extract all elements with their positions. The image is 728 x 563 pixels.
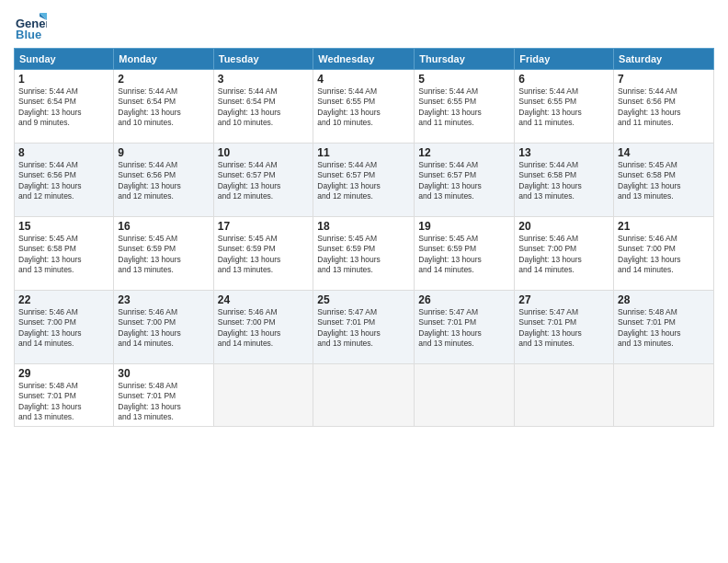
- calendar-cell: 4Sunrise: 5:44 AM Sunset: 6:55 PM Daylig…: [313, 70, 415, 144]
- calendar-cell: 23Sunrise: 5:46 AM Sunset: 7:00 PM Dayli…: [114, 291, 213, 364]
- calendar-week-3: 15Sunrise: 5:45 AM Sunset: 6:58 PM Dayli…: [15, 217, 714, 291]
- day-info: Sunrise: 5:47 AM Sunset: 7:01 PM Dayligh…: [518, 307, 609, 350]
- calendar-cell: 13Sunrise: 5:44 AM Sunset: 6:58 PM Dayli…: [515, 144, 614, 217]
- day-number: 22: [18, 293, 109, 306]
- calendar-cell: [614, 364, 714, 427]
- day-info: Sunrise: 5:44 AM Sunset: 6:57 PM Dayligh…: [418, 160, 510, 202]
- day-number: 24: [218, 293, 310, 306]
- calendar-week-2: 8Sunrise: 5:44 AM Sunset: 6:56 PM Daylig…: [15, 144, 714, 217]
- calendar-cell: 11Sunrise: 5:44 AM Sunset: 6:57 PM Dayli…: [313, 144, 415, 217]
- day-info: Sunrise: 5:44 AM Sunset: 6:56 PM Dayligh…: [118, 160, 209, 202]
- day-info: Sunrise: 5:44 AM Sunset: 6:56 PM Dayligh…: [618, 86, 710, 129]
- day-info: Sunrise: 5:45 AM Sunset: 6:59 PM Dayligh…: [118, 234, 209, 276]
- day-info: Sunrise: 5:44 AM Sunset: 6:55 PM Dayligh…: [418, 86, 510, 129]
- day-number: 5: [418, 73, 510, 86]
- day-header-friday: Friday: [515, 49, 614, 70]
- day-number: 25: [317, 293, 410, 306]
- day-number: 4: [317, 73, 410, 86]
- calendar-week-5: 29Sunrise: 5:48 AM Sunset: 7:01 PM Dayli…: [15, 364, 714, 427]
- day-number: 13: [518, 146, 609, 159]
- day-number: 20: [518, 220, 609, 233]
- day-number: 30: [118, 367, 209, 380]
- calendar-cell: 20Sunrise: 5:46 AM Sunset: 7:00 PM Dayli…: [515, 217, 614, 291]
- day-number: 11: [317, 146, 410, 159]
- calendar-cell: 28Sunrise: 5:48 AM Sunset: 7:01 PM Dayli…: [614, 291, 714, 364]
- calendar-cell: 14Sunrise: 5:45 AM Sunset: 6:58 PM Dayli…: [614, 144, 714, 217]
- day-info: Sunrise: 5:46 AM Sunset: 7:00 PM Dayligh…: [118, 307, 209, 350]
- calendar-cell: 16Sunrise: 5:45 AM Sunset: 6:59 PM Dayli…: [114, 217, 213, 291]
- calendar-cell: 2Sunrise: 5:44 AM Sunset: 6:54 PM Daylig…: [114, 70, 213, 144]
- day-info: Sunrise: 5:44 AM Sunset: 6:57 PM Dayligh…: [317, 160, 410, 202]
- day-info: Sunrise: 5:46 AM Sunset: 7:00 PM Dayligh…: [518, 234, 609, 276]
- calendar-cell: [415, 364, 515, 427]
- day-info: Sunrise: 5:44 AM Sunset: 6:54 PM Dayligh…: [118, 86, 209, 129]
- calendar-cell: 24Sunrise: 5:46 AM Sunset: 7:00 PM Dayli…: [213, 291, 313, 364]
- day-info: Sunrise: 5:47 AM Sunset: 7:01 PM Dayligh…: [317, 307, 410, 350]
- calendar-body: 1Sunrise: 5:44 AM Sunset: 6:54 PM Daylig…: [15, 70, 714, 427]
- day-header-wednesday: Wednesday: [313, 49, 415, 70]
- day-header-thursday: Thursday: [415, 49, 515, 70]
- calendar-cell: 9Sunrise: 5:44 AM Sunset: 6:56 PM Daylig…: [114, 144, 213, 217]
- day-number: 6: [518, 73, 609, 86]
- day-info: Sunrise: 5:45 AM Sunset: 6:58 PM Dayligh…: [618, 160, 710, 202]
- day-number: 10: [218, 146, 310, 159]
- day-info: Sunrise: 5:45 AM Sunset: 6:59 PM Dayligh…: [418, 234, 510, 276]
- calendar-cell: 15Sunrise: 5:45 AM Sunset: 6:58 PM Dayli…: [15, 217, 114, 291]
- day-number: 3: [218, 73, 310, 86]
- day-info: Sunrise: 5:45 AM Sunset: 6:58 PM Dayligh…: [18, 234, 109, 276]
- day-info: Sunrise: 5:46 AM Sunset: 7:00 PM Dayligh…: [18, 307, 109, 350]
- calendar-cell: 25Sunrise: 5:47 AM Sunset: 7:01 PM Dayli…: [313, 291, 415, 364]
- day-number: 9: [118, 146, 209, 159]
- day-info: Sunrise: 5:44 AM Sunset: 6:57 PM Dayligh…: [218, 160, 310, 202]
- day-number: 18: [317, 220, 410, 233]
- day-info: Sunrise: 5:44 AM Sunset: 6:54 PM Dayligh…: [18, 86, 109, 129]
- calendar-cell: 5Sunrise: 5:44 AM Sunset: 6:55 PM Daylig…: [415, 70, 515, 144]
- calendar-cell: [313, 364, 415, 427]
- day-info: Sunrise: 5:44 AM Sunset: 6:54 PM Dayligh…: [218, 86, 310, 129]
- calendar-cell: 30Sunrise: 5:48 AM Sunset: 7:01 PM Dayli…: [114, 364, 213, 427]
- calendar-cell: 10Sunrise: 5:44 AM Sunset: 6:57 PM Dayli…: [213, 144, 313, 217]
- calendar-cell: 19Sunrise: 5:45 AM Sunset: 6:59 PM Dayli…: [415, 217, 515, 291]
- day-number: 14: [618, 146, 710, 159]
- day-info: Sunrise: 5:46 AM Sunset: 7:00 PM Dayligh…: [618, 234, 710, 276]
- day-number: 1: [18, 73, 109, 86]
- calendar-cell: 18Sunrise: 5:45 AM Sunset: 6:59 PM Dayli…: [313, 217, 415, 291]
- day-number: 12: [418, 146, 510, 159]
- day-info: Sunrise: 5:46 AM Sunset: 7:00 PM Dayligh…: [218, 307, 310, 350]
- day-number: 15: [18, 220, 109, 233]
- calendar-cell: 7Sunrise: 5:44 AM Sunset: 6:56 PM Daylig…: [614, 70, 714, 144]
- day-info: Sunrise: 5:48 AM Sunset: 7:01 PM Dayligh…: [618, 307, 710, 350]
- day-number: 2: [118, 73, 209, 86]
- day-info: Sunrise: 5:45 AM Sunset: 6:59 PM Dayligh…: [317, 234, 410, 276]
- day-number: 16: [118, 220, 209, 233]
- day-info: Sunrise: 5:48 AM Sunset: 7:01 PM Dayligh…: [118, 381, 209, 423]
- calendar-cell: [515, 364, 614, 427]
- calendar-cell: 3Sunrise: 5:44 AM Sunset: 6:54 PM Daylig…: [213, 70, 313, 144]
- calendar-cell: 12Sunrise: 5:44 AM Sunset: 6:57 PM Dayli…: [415, 144, 515, 217]
- day-number: 27: [518, 293, 609, 306]
- calendar-cell: 8Sunrise: 5:44 AM Sunset: 6:56 PM Daylig…: [15, 144, 114, 217]
- day-info: Sunrise: 5:45 AM Sunset: 6:59 PM Dayligh…: [218, 234, 310, 276]
- day-number: 21: [618, 220, 710, 233]
- calendar-cell: 29Sunrise: 5:48 AM Sunset: 7:01 PM Dayli…: [15, 364, 114, 427]
- logo: General Blue: [14, 9, 47, 42]
- day-info: Sunrise: 5:44 AM Sunset: 6:56 PM Dayligh…: [18, 160, 109, 202]
- day-number: 7: [618, 73, 710, 86]
- day-number: 17: [218, 220, 310, 233]
- day-number: 29: [18, 367, 109, 380]
- calendar-week-1: 1Sunrise: 5:44 AM Sunset: 6:54 PM Daylig…: [15, 70, 714, 144]
- day-header-tuesday: Tuesday: [213, 49, 313, 70]
- day-info: Sunrise: 5:47 AM Sunset: 7:01 PM Dayligh…: [418, 307, 510, 350]
- day-number: 28: [618, 293, 710, 306]
- svg-text:Blue: Blue: [16, 28, 41, 41]
- page-header: General Blue: [14, 9, 714, 42]
- day-number: 23: [118, 293, 209, 306]
- calendar-table: SundayMondayTuesdayWednesdayThursdayFrid…: [14, 48, 714, 427]
- day-number: 8: [18, 146, 109, 159]
- calendar-cell: 6Sunrise: 5:44 AM Sunset: 6:55 PM Daylig…: [515, 70, 614, 144]
- day-number: 19: [418, 220, 510, 233]
- calendar-cell: 17Sunrise: 5:45 AM Sunset: 6:59 PM Dayli…: [213, 217, 313, 291]
- day-header-saturday: Saturday: [614, 49, 714, 70]
- logo-icon: General Blue: [14, 9, 47, 42]
- day-header-monday: Monday: [114, 49, 213, 70]
